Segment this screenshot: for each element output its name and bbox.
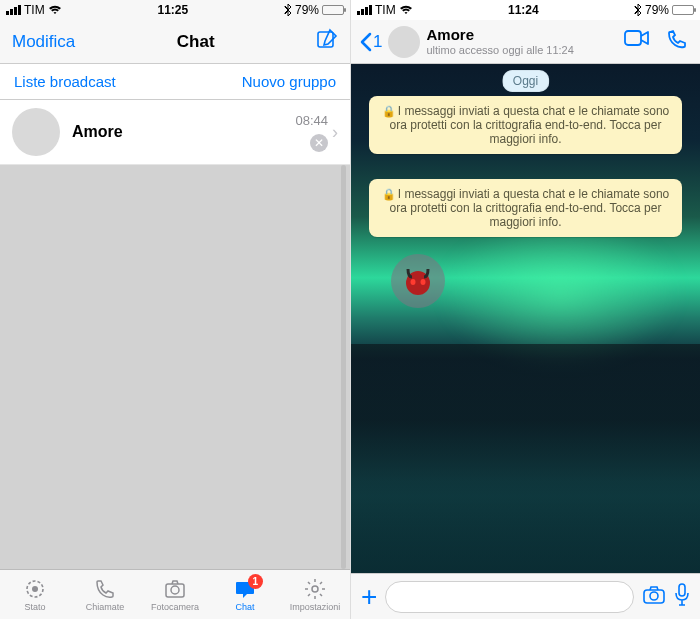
svg-point-4 <box>171 586 179 594</box>
tab-calls[interactable]: Chiamate <box>70 570 140 619</box>
encryption-notice[interactable]: 🔒I messaggi inviati a questa chat e le c… <box>369 179 682 237</box>
encryption-notice[interactable]: 🔒I messaggi inviati a questa chat e le c… <box>369 96 682 154</box>
chevron-left-icon <box>359 32 373 52</box>
status-bar: TIM 11:25 79% <box>0 0 350 20</box>
chat-list-empty-area <box>0 165 350 569</box>
chat-row[interactable]: Amore 08:44 ✕ › <box>0 100 350 165</box>
video-call-button[interactable] <box>624 29 650 55</box>
carrier-label: TIM <box>24 3 45 17</box>
wifi-icon <box>48 5 62 15</box>
edit-button[interactable]: Modifica <box>12 32 75 52</box>
header-title: Chat <box>177 32 215 52</box>
contact-name: Amore <box>426 27 618 44</box>
video-icon <box>624 29 650 47</box>
signal-icon <box>357 5 372 15</box>
back-count: 1 <box>373 32 382 52</box>
phone-icon <box>93 577 117 601</box>
carrier-label: TIM <box>375 3 396 17</box>
svg-rect-12 <box>679 584 685 596</box>
camera-icon <box>163 577 187 601</box>
system-text: I messaggi inviati a questa chat e le ch… <box>390 104 670 146</box>
chat-list-header: Modifica Chat <box>0 20 350 64</box>
bluetooth-icon <box>284 4 292 16</box>
compose-icon <box>316 28 338 50</box>
svg-point-2 <box>32 586 38 592</box>
back-button[interactable]: 1 <box>359 32 382 52</box>
chevron-right-icon: › <box>332 122 338 143</box>
status-bar: TIM 11:24 79% <box>351 0 700 20</box>
battery-pct: 79% <box>645 3 669 17</box>
tab-chat[interactable]: 1 Chat <box>210 570 280 619</box>
battery-icon <box>322 5 344 15</box>
chat-list-screen: TIM 11:25 79% Modifica Chat Liste broadc… <box>0 0 350 619</box>
status-right: 79% <box>284 3 344 17</box>
status-icon <box>23 577 47 601</box>
last-seen: ultimo accesso oggi alle 11:24 <box>426 44 618 56</box>
tab-label: Stato <box>24 602 45 612</box>
bluetooth-icon <box>634 4 642 16</box>
tab-label: Chiamate <box>86 602 125 612</box>
tab-label: Chat <box>235 602 254 612</box>
svg-point-11 <box>650 592 658 600</box>
gear-icon <box>303 577 327 601</box>
mic-button[interactable] <box>674 583 690 611</box>
avatar <box>12 108 60 156</box>
wifi-icon <box>399 5 413 15</box>
status-right: 79% <box>634 3 694 17</box>
system-text: I messaggi inviati a questa chat e le ch… <box>390 187 670 229</box>
message-input[interactable] <box>385 581 634 613</box>
conversation-screen: TIM 11:24 79% 1 Amore ultimo accesso ogg… <box>350 0 700 619</box>
conversation-body[interactable]: Oggi 🔒I messaggi inviati a questa chat e… <box>351 64 700 573</box>
phone-icon <box>666 29 688 51</box>
close-badge-icon: ✕ <box>310 134 328 152</box>
status-time: 11:24 <box>508 3 539 17</box>
tab-settings[interactable]: Impostazioni <box>280 570 350 619</box>
chat-time: 08:44 <box>295 113 328 128</box>
compose-button[interactable] <box>316 28 338 55</box>
tab-label: Impostazioni <box>290 602 341 612</box>
tab-label: Fotocamera <box>151 602 199 612</box>
svg-point-5 <box>312 586 318 592</box>
mic-icon <box>674 583 690 607</box>
avatar[interactable] <box>388 26 420 58</box>
watermark-icon <box>391 254 445 308</box>
date-pill: Oggi <box>502 70 549 92</box>
signal-icon <box>6 5 21 15</box>
lock-icon: 🔒 <box>382 105 396 117</box>
status-left: TIM <box>6 3 62 17</box>
camera-button[interactable] <box>642 585 666 609</box>
svg-point-8 <box>411 279 416 285</box>
status-time: 11:25 <box>157 3 188 17</box>
tab-status[interactable]: Stato <box>0 570 70 619</box>
battery-icon <box>672 5 694 15</box>
chat-meta: Amore <box>72 123 295 141</box>
chat-list-subheader: Liste broadcast Nuovo gruppo <box>0 64 350 100</box>
svg-rect-6 <box>625 31 641 45</box>
battery-pct: 79% <box>295 3 319 17</box>
message-input-bar: + <box>351 573 700 619</box>
voice-call-button[interactable] <box>666 29 688 55</box>
camera-icon <box>642 585 666 605</box>
broadcast-lists-button[interactable]: Liste broadcast <box>14 73 116 90</box>
conversation-header: 1 Amore ultimo accesso oggi alle 11:24 <box>351 20 700 64</box>
svg-point-9 <box>421 279 426 285</box>
attach-button[interactable]: + <box>361 581 377 613</box>
tab-camera[interactable]: Fotocamera <box>140 570 210 619</box>
conversation-title[interactable]: Amore ultimo accesso oggi alle 11:24 <box>426 27 618 56</box>
tab-bar: Stato Chiamate Fotocamera 1 Chat Imposta… <box>0 569 350 619</box>
new-group-button[interactable]: Nuovo gruppo <box>242 73 336 90</box>
chat-name: Amore <box>72 123 295 141</box>
lock-icon: 🔒 <box>382 188 396 200</box>
status-left: TIM <box>357 3 413 17</box>
unread-badge: 1 <box>248 574 263 589</box>
